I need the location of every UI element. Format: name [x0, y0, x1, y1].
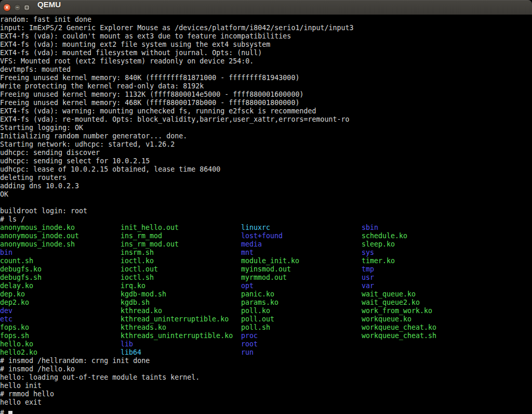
terminal-line: input: ImExPS/2 Generic Explorer Mouse a… [0, 24, 532, 32]
terminal-line: buildroot login: root [0, 207, 532, 215]
terminal-line: # ls / [0, 215, 532, 224]
terminal-line: Freeing unused kernel memory: 840K (ffff… [0, 74, 532, 82]
terminal-line: devtmpfs: mounted [0, 66, 532, 74]
file-entry: tmp [362, 265, 374, 274]
file-entry: ioctl.ko [121, 257, 241, 265]
file-entry: bin [0, 249, 121, 257]
ls-output-row: dep2.kokgdb.shparams.kowait_queue2.ko [0, 299, 532, 307]
ls-output-row: devkthread.kopoll.kowork_from_work.ko [0, 307, 532, 315]
ls-output-row: hello2.kolib64run [0, 348, 532, 357]
file-entry: run [241, 348, 254, 357]
file-entry: opt [241, 282, 362, 290]
file-entry: timer.ko [362, 257, 395, 265]
file-entry: kthread.ko [121, 307, 241, 315]
ls-output-row: debugfs.shioctl.shmyrmmod.outusr [0, 274, 532, 282]
file-entry: lib64 [121, 348, 241, 357]
ls-output-row: etckthread_uninterruptible.kopoll.outwor… [0, 315, 532, 324]
file-entry: ins_rm_mod [121, 232, 241, 240]
terminal-line: # rmmod hello [0, 390, 532, 398]
minimize-button[interactable]: − [14, 4, 21, 11]
file-entry: myinsmod.out [241, 265, 362, 274]
file-entry: work_from_work.ko [362, 307, 432, 315]
file-entry: lost+found [241, 232, 362, 240]
terminal-line: Starting logging: OK [0, 124, 532, 132]
file-entry: dep.ko [0, 290, 121, 299]
file-entry: hello2.ko [0, 348, 121, 357]
file-entry: wait_queue2.ko [362, 299, 420, 307]
file-entry: sleep.ko [362, 240, 395, 249]
file-entry: anonymous_inode.sh [0, 240, 121, 249]
ls-output-row: anonymous_inode.outins_rm_modlost+founds… [0, 232, 532, 240]
ls-output-row: debugfs.koioctl.outmyinsmod.outtmp [0, 265, 532, 274]
file-entry: mnt [241, 249, 362, 257]
qemu-window: × − QEMU random: fast init doneinput: Im… [0, 0, 532, 414]
file-entry: poll.ko [241, 307, 362, 315]
file-entry: kthreads_uninterruptible.ko [121, 332, 241, 340]
terminal-line: hello exit [0, 398, 532, 407]
file-entry: kthreads.ko [121, 324, 241, 332]
file-entry: debugfs.ko [0, 265, 121, 274]
terminal-line: Initializing random number generator... … [0, 132, 532, 140]
terminal-line: EXT4-fs (vda): couldn't mount as ext3 du… [0, 32, 532, 41]
window-title: QEMU [37, 0, 61, 15]
terminal-line: random: fast init done [0, 16, 532, 24]
maximize-button[interactable] [23, 4, 30, 11]
terminal-line: Freeing unused kernel memory: 1132K (fff… [0, 90, 532, 99]
file-entry: ioctl.out [121, 265, 241, 274]
close-button[interactable]: × [3, 4, 11, 11]
file-entry: poll.out [241, 315, 362, 324]
terminal-line [0, 199, 532, 207]
file-entry: kgdb-mod.sh [121, 290, 241, 299]
file-entry: sbin [362, 224, 378, 232]
terminal-line: hello: loading out-of-tree module taints… [0, 373, 532, 382]
file-entry: lib [121, 340, 241, 348]
file-entry: anonymous_inode.out [0, 232, 121, 240]
file-entry: count.sh [0, 257, 121, 265]
file-entry: sys [362, 249, 374, 257]
terminal-screen[interactable]: random: fast init doneinput: ImExPS/2 Ge… [0, 15, 532, 414]
terminal-line: udhcpc: sending select for 10.0.2.15 [0, 157, 532, 165]
maximize-icon [25, 6, 29, 9]
file-entry: dep2.ko [0, 299, 121, 307]
window-titlebar[interactable]: × − QEMU [0, 0, 532, 15]
ls-output-row: hello.kolibroot [0, 340, 532, 348]
terminal-line: deleting routers [0, 174, 532, 182]
minimize-icon: − [16, 5, 19, 10]
ls-output-row: dep.kokgdb-mod.shpanic.kowait_queue.ko [0, 290, 532, 299]
file-entry: kgdb.sh [121, 299, 241, 307]
file-entry: fops.sh [0, 332, 121, 340]
file-entry: root [241, 340, 258, 348]
terminal-line: adding dns 10.0.2.3 [0, 182, 532, 190]
file-entry: workqueue_cheat.sh [362, 332, 436, 340]
terminal-line: EXT4-fs (vda): mounting ext2 file system… [0, 41, 532, 49]
terminal-line: Starting network: udhcpc: started, v1.26… [0, 140, 532, 149]
ls-output-row: fops.kokthreads.kopoll.shworkqueue_cheat… [0, 324, 532, 332]
terminal-line: Write protecting the kernel read-only da… [0, 82, 532, 90]
terminal-line: # [0, 407, 532, 414]
ls-output-row: anonymous_inode.shins_rm_mod.outmediasle… [0, 240, 532, 249]
terminal-line: udhcpc: sending discover [0, 149, 532, 157]
ls-output-row: count.shioctl.komodule_init.kotimer.ko [0, 257, 532, 265]
ls-output-row: delay.koirq.kooptvar [0, 282, 532, 290]
file-entry: init_hello.out [121, 224, 241, 232]
file-entry: myrmmod.out [241, 274, 362, 282]
file-entry: params.ko [241, 299, 362, 307]
file-entry: wait_queue.ko [362, 290, 416, 299]
terminal-line: OK [0, 190, 532, 199]
ls-output-row: fops.shkthreads_uninterruptible.koprocwo… [0, 332, 532, 340]
file-entry: ins_rm_mod.out [121, 240, 241, 249]
file-entry: insrm.sh [121, 249, 241, 257]
file-entry: kthread_uninterruptible.ko [121, 315, 241, 324]
file-entry: irq.ko [121, 282, 241, 290]
terminal-line: Freeing unused kernel memory: 468K (ffff… [0, 99, 532, 107]
terminal-line: # insmod /hellrandom: crng init done [0, 357, 532, 365]
terminal-line: EXT4-fs (vda): mounted filesystem withou… [0, 49, 532, 57]
terminal-line: # insmod /hello.ko [0, 365, 532, 373]
terminal-line: udhcpc: lease of 10.0.2.15 obtained, lea… [0, 165, 532, 174]
terminal-line: EXT4-fs (vda): warning: mounting uncheck… [0, 107, 532, 115]
file-entry: var [362, 282, 374, 290]
file-entry: poll.sh [241, 324, 362, 332]
ls-output-row: anonymous_inode.koinit_hello.outlinuxrcs… [0, 224, 532, 232]
file-entry: linuxrc [241, 224, 362, 232]
terminal-line: hello init [0, 382, 532, 390]
